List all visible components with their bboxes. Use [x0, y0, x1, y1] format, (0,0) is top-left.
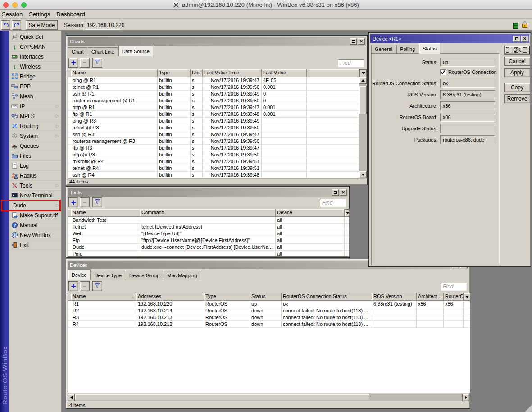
maximize-button[interactable]	[513, 36, 520, 42]
table-row[interactable]: R1192.168.10.220RouterOSupok6.38rc31 (te…	[68, 301, 470, 307]
column-header-routeros-connection-status[interactable]: RouterOS Connection Status	[282, 293, 372, 301]
column-header-unit[interactable]: Unit	[191, 69, 203, 77]
column-header-ros-version[interactable]: ROS Version	[372, 293, 417, 301]
sidebar-item-interfaces[interactable]: Interfaces	[9, 52, 61, 62]
tab-chart-line[interactable]: Chart Line	[88, 47, 118, 56]
table-row[interactable]: http @ R3builtinsNov/17/2016 19:39:50	[68, 151, 366, 158]
column-header-device[interactable]: Device	[276, 209, 345, 217]
filter-button[interactable]	[92, 58, 102, 68]
sidebar-item-ppp[interactable]: PPP	[9, 82, 61, 92]
sidebar-item-system[interactable]: System▷	[9, 131, 61, 141]
macos-close-button[interactable]	[3, 2, 9, 8]
sidebar-item-exit[interactable]: Exit	[9, 240, 61, 250]
charts-window-titlebar[interactable]: Charts×	[68, 37, 366, 46]
column-header-command[interactable]: Command	[140, 209, 276, 217]
table-row[interactable]: ssh @ R3builtinsNov/17/2016 19:39:47	[68, 131, 366, 138]
tab-device-group[interactable]: Device Group	[126, 271, 163, 280]
column-header-status[interactable]: Status	[250, 293, 282, 301]
filter-button[interactable]	[92, 281, 102, 291]
tab-mac-mapping[interactable]: Mac Mapping	[164, 271, 200, 280]
sidebar-item-tools[interactable]: Tools▷	[9, 181, 61, 191]
undo-button[interactable]	[1, 20, 10, 30]
sidebar-item-mpls[interactable]: MPLS▷	[9, 111, 61, 121]
tab-general[interactable]: General	[371, 45, 396, 54]
menu-item-settings[interactable]: Settings	[29, 11, 50, 18]
cancel-button[interactable]: Cancel	[504, 57, 530, 66]
tools-find-input[interactable]: Find	[320, 199, 346, 207]
tab-device-type[interactable]: Device Type	[91, 271, 125, 280]
table-row[interactable]: telnet @ R3builtinsNov/17/2016 19:39:50	[68, 124, 366, 131]
sidebar-item-new-winbox[interactable]: New WinBox	[9, 230, 61, 240]
column-header-last-value[interactable]: Last Value	[262, 69, 307, 77]
field-value-packages-[interactable]: routeros-x86, dude	[440, 135, 495, 144]
tab-device[interactable]: Device	[68, 269, 91, 280]
menu-item-dashboard[interactable]: Dashboard	[56, 11, 85, 18]
sidebar-item-files[interactable]: Files	[9, 151, 61, 161]
scroll-left-button[interactable]	[68, 394, 75, 401]
field-value-status-[interactable]: up	[440, 58, 495, 67]
apply-button[interactable]: Apply	[504, 68, 530, 77]
devices-find-input[interactable]: Find	[441, 283, 467, 291]
tab-data-source[interactable]: Data Source	[118, 46, 153, 56]
macos-zoom-button[interactable]	[21, 2, 27, 8]
menu-item-session[interactable]: Session	[2, 11, 23, 18]
table-row[interactable]: Ftp"ftp://[Device.UserName]@[Device.Firs…	[68, 237, 349, 244]
remove-button[interactable]: −	[80, 281, 90, 291]
sidebar-item-make-supout-rif[interactable]: Make Supout.rif	[9, 211, 61, 220]
sidebar-item-mesh[interactable]: Mesh	[9, 92, 61, 101]
table-row[interactable]: routeros management @ R1builtinsNov/17/2…	[68, 97, 366, 104]
field-value-ros-version-[interactable]: 6.38rc31 (testing)	[440, 90, 495, 99]
sidebar-item-log[interactable]: Log	[9, 161, 61, 171]
table-row[interactable]: routeros management @ R3builtinsNov/17/2…	[68, 138, 366, 145]
field-value-routeros-connection-status-[interactable]: ok	[440, 79, 495, 88]
table-row[interactable]: R2192.168.10.214RouterOSdownconnect fail…	[68, 307, 470, 314]
table-row[interactable]: mikrotik @ R4builtinsNov/17/2016 19:39:5…	[68, 158, 366, 165]
session-input[interactable]: 192.168.10.220	[85, 21, 120, 30]
ok-button[interactable]: OK	[504, 46, 530, 55]
table-row[interactable]: ping @ R3builtinsNov/17/2016 19:39:49	[68, 118, 366, 124]
tools-window-titlebar[interactable]: Tools×	[68, 188, 348, 197]
scroll-down-button[interactable]	[359, 171, 367, 178]
close-button[interactable]: ×	[358, 38, 365, 45]
table-row[interactable]: ping @ R1builtinsNov/17/2016 19:39:474E-…	[68, 77, 366, 84]
table-row[interactable]: ftp @ R1builtinsNov/17/2016 19:39:480.00…	[68, 111, 366, 118]
safe-mode-button[interactable]: Safe Mode	[26, 20, 58, 30]
column-select-button[interactable]	[464, 293, 470, 301]
add-button[interactable]: +	[68, 197, 78, 207]
sidebar-item-new-terminal[interactable]: New Terminal	[9, 191, 61, 201]
column-header-architect-[interactable]: Architect...	[417, 293, 444, 301]
table-row[interactable]: Dudedude.exe --connect [Device.FirstAddr…	[68, 244, 349, 251]
maximize-button[interactable]	[350, 38, 357, 45]
sidebar-item-wireless[interactable]: Wireless	[9, 62, 61, 72]
column-header-type[interactable]: Type	[158, 69, 191, 77]
sidebar-item-ip[interactable]: 255IP▷	[9, 101, 61, 111]
table-row[interactable]: Telnettelnet [Device.FirstAddress]all	[68, 224, 349, 230]
column-header-selector[interactable]	[68, 293, 71, 301]
table-row[interactable]: ssh @ R4builtinsNov/17/2016 19:39:48	[68, 172, 366, 178]
column-header-routeros[interactable]: RouterOS	[444, 293, 464, 301]
table-row[interactable]: R3192.168.10.213RouterOSdownconnect fail…	[68, 314, 470, 321]
add-button[interactable]: +	[68, 281, 78, 291]
field-value-architecture-[interactable]: x86	[440, 101, 495, 110]
copy-button[interactable]: Copy	[504, 83, 530, 92]
scroll-thumb[interactable]	[359, 86, 367, 114]
devices-horizontal-scrollbar[interactable]	[68, 394, 469, 401]
sidebar-item-radius[interactable]: Radius	[9, 171, 61, 181]
scroll-right-button[interactable]	[462, 394, 469, 401]
sidebar-item-queues[interactable]: Queues	[9, 141, 61, 151]
sidebar-item-manual[interactable]: ?Manual	[9, 220, 61, 230]
column-header-selector[interactable]	[68, 69, 71, 77]
table-row[interactable]: Web"[DeviceType.Url]"all	[68, 230, 349, 237]
table-row[interactable]: http @ R1builtinsNov/17/2016 19:39:470.0…	[68, 104, 366, 111]
column-header-addresses[interactable]: Addresses	[136, 293, 204, 301]
column-select-button[interactable]	[359, 69, 367, 77]
table-row[interactable]: telnet @ R4builtinsNov/17/2016 19:39:51	[68, 165, 366, 172]
table-row[interactable]: Bandwidth Testall	[68, 217, 349, 224]
charts-find-input[interactable]: Find	[338, 59, 364, 67]
remove-button[interactable]: Remove	[504, 94, 530, 103]
routeros-connection-checkbox[interactable]	[440, 69, 446, 75]
sidebar-item-capsman[interactable]: CAPsMAN	[9, 42, 61, 52]
close-button[interactable]: ×	[340, 189, 347, 196]
column-header-name[interactable]: Name	[71, 69, 158, 77]
redo-button[interactable]	[12, 20, 21, 30]
